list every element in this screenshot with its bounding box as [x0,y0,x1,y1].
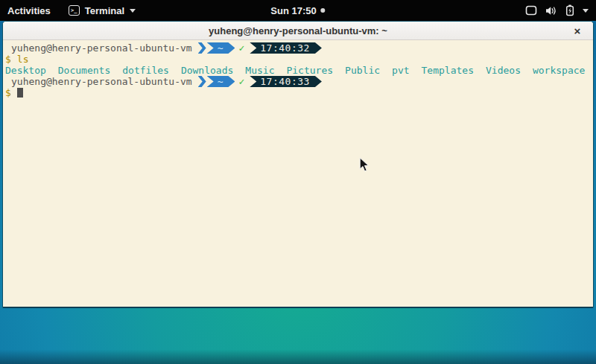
powerline-chevron-icon [198,76,206,87]
prompt-cwd-segment: ~ [207,42,235,54]
status-check-icon: ✓ [238,76,244,87]
prompt-user-host: yuheng@henry-personal-ubuntu-vm [11,76,192,87]
status-check-icon: ✓ [238,42,244,54]
volume-icon [545,6,557,16]
mouse-cursor-icon [359,157,370,176]
directory-name: pvt [392,65,409,76]
input-line: $ [5,87,593,98]
battery-charging-icon [565,4,574,16]
directory-name: Music [245,65,274,76]
top-bar: Activities >_ Terminal Sun 17:50 [0,0,596,21]
directory-name: Public [345,65,380,76]
command-line: $ ls [5,54,593,65]
screen-share-icon [525,5,537,16]
system-menu-chevron-icon [583,9,589,13]
system-status-area[interactable] [525,0,596,21]
prompt-line-2: yuheng@henry-personal-ubuntu-vm ~ ✓ 17:4… [5,76,593,87]
directory-name: Downloads [181,65,233,76]
prompt-user-host: yuheng@henry-personal-ubuntu-vm [11,42,192,54]
activities-label: Activities [7,5,51,16]
directory-name: Documents [58,65,110,76]
prompt-symbol: $ [5,54,11,65]
powerline-chevron-icon [198,42,206,54]
terminal-window: yuheng@henry-personal-ubuntu-vm: ~ × yuh… [2,21,594,308]
prompt-cwd-segment: ~ [207,76,235,87]
clock-menu[interactable]: Sun 17:50 [270,0,325,21]
window-titlebar[interactable]: yuheng@henry-personal-ubuntu-vm: ~ × [3,22,593,40]
prompt-symbol: $ [5,87,11,98]
prompt-time-segment: 17:40:32 [250,42,322,54]
directory-name: Pictures [286,65,333,76]
directory-name: Videos [486,65,521,76]
window-title: yuheng@henry-personal-ubuntu-vm: ~ [209,25,387,36]
terminal-cursor [17,88,23,98]
terminal-app-icon: >_ [69,5,80,16]
ls-output-line: Desktop Documents dotfiles Downloads Mus… [5,65,593,76]
close-icon[interactable]: × [569,22,586,39]
directory-name: dotfiles [122,65,169,76]
recording-indicator-dot [321,8,326,13]
terminal-screen[interactable]: yuheng@henry-personal-ubuntu-vm ~ ✓ 17:4… [3,40,593,307]
directory-name: workspace [533,65,585,76]
chevron-down-icon [130,9,136,13]
app-menu-terminal[interactable]: >_ Terminal [61,0,143,21]
clock-label: Sun 17:50 [270,5,316,16]
directory-name: Templates [422,65,474,76]
directory-name: Desktop [5,65,46,76]
command-text: ls [17,54,29,65]
prompt-line-1: yuheng@henry-personal-ubuntu-vm ~ ✓ 17:4… [5,42,593,54]
prompt-time-segment: 17:40:33 [250,76,322,87]
activities-button[interactable]: Activities [0,0,61,21]
app-menu-label: Terminal [85,5,124,16]
